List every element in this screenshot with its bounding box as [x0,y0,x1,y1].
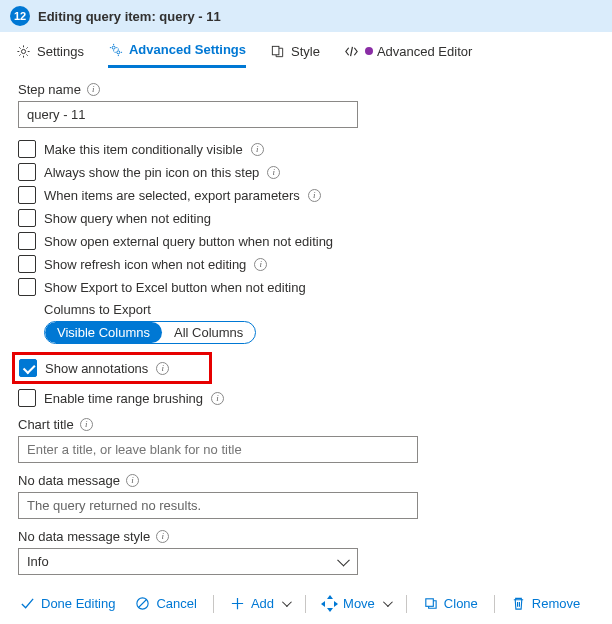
checkbox-export-parameters[interactable] [18,186,36,204]
gear-icon [16,44,31,59]
info-icon[interactable]: i [126,474,139,487]
button-label: Add [251,596,274,611]
svg-point-1 [112,46,115,49]
check-icon [20,596,35,611]
move-button[interactable]: Move [314,592,398,615]
svg-point-2 [117,51,120,54]
checkbox-pin-icon[interactable] [18,163,36,181]
action-toolbar: Done Editing Cancel Add Move Clone Remov… [0,583,612,623]
button-label: Move [343,596,375,611]
checkbox-show-excel[interactable] [18,278,36,296]
button-label: Remove [532,596,580,611]
checkbox-show-annotations[interactable] [19,359,37,377]
done-editing-button[interactable]: Done Editing [12,592,123,615]
checkbox-label: Show open external query button when not… [44,234,333,249]
svg-rect-3 [272,46,279,54]
checkbox-label: Show query when not editing [44,211,211,226]
svg-rect-5 [426,599,434,607]
separator [494,595,495,613]
tab-bar: Settings Advanced Settings Style Advance… [0,32,612,68]
label-text: No data message [18,473,120,488]
chart-title-label: Chart title i [18,417,594,432]
tab-label: Advanced Settings [129,42,246,57]
checkbox-label: Show annotations [45,361,148,376]
chart-title-input[interactable] [18,436,418,463]
separator [305,595,306,613]
settings-form: Step name i Make this item conditionally… [0,68,612,583]
advanced-gear-icon [108,42,123,57]
step-name-input[interactable] [18,101,358,128]
info-icon[interactable]: i [80,418,93,431]
panel-header: 12 Editing query item: query - 11 [0,0,612,32]
clone-icon [423,596,438,611]
chevron-down-icon [282,597,292,607]
tab-advanced-settings[interactable]: Advanced Settings [108,42,246,68]
clone-button[interactable]: Clone [415,592,486,615]
status-dot-icon [365,47,373,55]
checkbox-time-brushing[interactable] [18,389,36,407]
cancel-button[interactable]: Cancel [127,592,204,615]
tab-label: Settings [37,44,84,59]
tab-advanced-editor[interactable]: Advanced Editor [344,44,472,67]
info-icon[interactable]: i [156,362,169,375]
style-icon [270,44,285,59]
columns-export-toggle[interactable]: Visible Columns All Columns [44,321,256,344]
step-name-label: Step name i [18,82,594,97]
info-icon[interactable]: i [267,166,280,179]
info-icon[interactable]: i [156,530,169,543]
no-data-message-label: No data message i [18,473,594,488]
checkbox-label: Show Export to Excel button when not edi… [44,280,306,295]
checkbox-show-query[interactable] [18,209,36,227]
label-text: Chart title [18,417,74,432]
add-button[interactable]: Add [222,592,297,615]
button-label: Done Editing [41,596,115,611]
checkbox-label: Always show the pin icon on this step [44,165,259,180]
pill-visible-columns[interactable]: Visible Columns [45,322,162,343]
checkbox-conditional-visible[interactable] [18,140,36,158]
checkbox-label: Show refresh icon when not editing [44,257,246,272]
columns-export-label: Columns to Export [44,302,594,317]
info-icon[interactable]: i [254,258,267,271]
cancel-icon [135,596,150,611]
tab-label: Advanced Editor [377,44,472,59]
checkbox-show-external[interactable] [18,232,36,250]
panel-title: Editing query item: query - 11 [38,9,221,24]
no-data-style-label: No data message style i [18,529,594,544]
info-icon[interactable]: i [87,83,100,96]
chevron-down-icon [383,597,393,607]
tab-label: Style [291,44,320,59]
separator [406,595,407,613]
info-icon[interactable]: i [308,189,321,202]
tab-style[interactable]: Style [270,44,320,67]
button-label: Cancel [156,596,196,611]
plus-icon [230,596,245,611]
no-data-message-input[interactable] [18,492,418,519]
info-icon[interactable]: i [251,143,264,156]
annotation-highlight: Show annotations i [12,352,212,384]
tab-settings[interactable]: Settings [16,44,84,67]
move-icon [322,596,337,611]
checkbox-label: When items are selected, export paramete… [44,188,300,203]
code-icon [344,44,359,59]
trash-icon [511,596,526,611]
svg-point-0 [21,49,25,53]
pill-all-columns[interactable]: All Columns [162,322,255,343]
info-icon[interactable]: i [211,392,224,405]
checkbox-label: Make this item conditionally visible [44,142,243,157]
label-text: No data message style [18,529,150,544]
remove-button[interactable]: Remove [503,592,588,615]
separator [213,595,214,613]
step-number-badge: 12 [10,6,30,26]
button-label: Clone [444,596,478,611]
label-text: Step name [18,82,81,97]
checkbox-label: Enable time range brushing [44,391,203,406]
no-data-style-select[interactable]: Info [18,548,358,575]
checkbox-show-refresh[interactable] [18,255,36,273]
